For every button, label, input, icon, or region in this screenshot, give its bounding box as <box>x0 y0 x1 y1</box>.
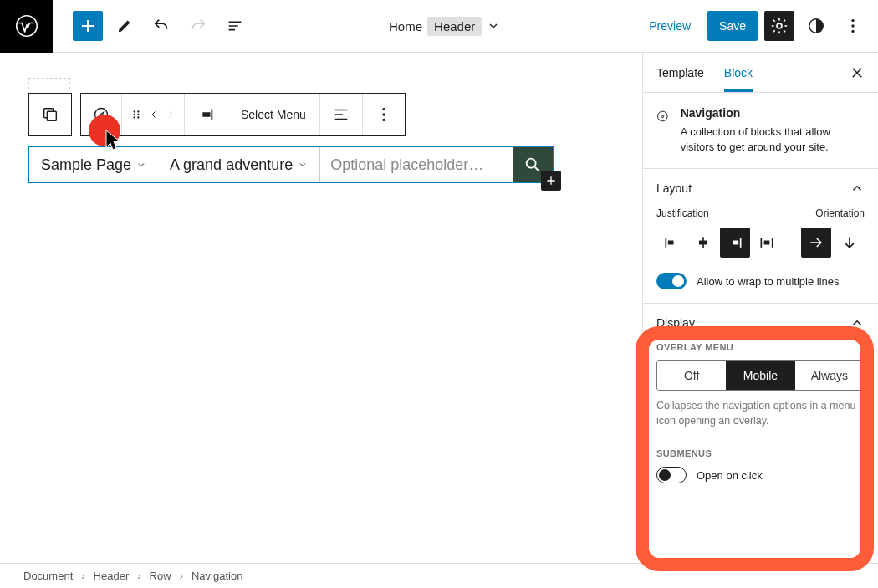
settings-sidebar: Template Block Navigation A collection o… <box>642 53 878 563</box>
doc-title-area: Header <box>427 17 482 36</box>
nav-search-button[interactable] <box>513 147 553 182</box>
breadcrumb: Document› Header› Row› Navigation <box>0 563 878 588</box>
nav-item-sample-page[interactable]: Sample Page <box>29 147 158 182</box>
save-button[interactable]: Save <box>707 11 758 41</box>
chevron-left-icon <box>149 110 159 120</box>
panel-display-header[interactable]: Display <box>643 304 878 342</box>
svg-point-4 <box>851 24 854 27</box>
svg-rect-30 <box>764 241 770 245</box>
crumb-navigation[interactable]: Navigation <box>191 570 242 582</box>
sidebar-tabs: Template Block <box>643 53 878 93</box>
redo-icon <box>189 17 207 35</box>
overlay-always-button[interactable]: Always <box>795 361 864 390</box>
block-options-button[interactable] <box>363 94 405 135</box>
overlay-menu-label: OVERLAY MENU <box>656 342 865 352</box>
svg-rect-7 <box>47 111 56 120</box>
chevron-down-icon <box>136 160 146 170</box>
more-menu-button[interactable] <box>838 11 868 41</box>
overlay-menu-control: Off Mobile Always <box>656 360 865 391</box>
open-on-click-toggle[interactable] <box>656 467 687 483</box>
overlay-mobile-button[interactable]: Mobile <box>726 361 794 390</box>
block-mover[interactable] <box>122 94 185 135</box>
justify-left-icon <box>663 234 680 251</box>
list-view-button[interactable] <box>220 11 250 41</box>
wp-logo[interactable] <box>0 0 53 53</box>
justify-center-button[interactable] <box>688 228 718 258</box>
orientation-vertical-button[interactable] <box>835 228 865 258</box>
svg-point-21 <box>658 111 668 121</box>
close-icon <box>850 65 865 80</box>
styles-button[interactable] <box>801 11 831 41</box>
chevron-down-icon <box>298 160 308 170</box>
kebab-icon <box>844 17 862 35</box>
svg-point-3 <box>851 19 854 22</box>
chevron-down-icon <box>487 19 500 33</box>
panel-title: Display <box>656 316 695 330</box>
svg-rect-27 <box>733 241 739 245</box>
editor-canvas[interactable]: Select Menu Sample Page A grand adventur… <box>0 53 642 563</box>
pencil-icon <box>115 17 134 35</box>
placeholder-box <box>28 78 70 89</box>
svg-point-10 <box>137 110 139 112</box>
arrow-right-icon <box>808 234 824 251</box>
tab-template[interactable]: Template <box>656 53 704 92</box>
add-block-button[interactable] <box>73 11 103 41</box>
panel-layout-header[interactable]: Layout <box>643 169 878 207</box>
settings-button[interactable] <box>764 11 794 41</box>
gear-icon <box>770 17 789 35</box>
parent-block-button[interactable] <box>29 94 71 135</box>
crumb-document[interactable]: Document <box>23 570 73 582</box>
svg-rect-28 <box>761 238 763 248</box>
tab-block[interactable]: Block <box>724 53 753 92</box>
justify-right-button[interactable] <box>720 228 750 258</box>
select-menu-button[interactable]: Select Menu <box>227 94 320 135</box>
list-view-icon <box>226 17 244 35</box>
wordpress-icon <box>15 14 38 38</box>
overlay-off-button[interactable]: Off <box>657 361 726 390</box>
justify-space-button[interactable] <box>752 228 782 258</box>
align-button[interactable] <box>185 94 227 135</box>
add-nav-item-button[interactable] <box>541 171 561 191</box>
svg-point-19 <box>382 119 385 121</box>
wrap-toggle[interactable] <box>656 273 687 289</box>
edit-mode-button[interactable] <box>110 11 140 41</box>
kebab-icon <box>375 105 393 124</box>
svg-point-11 <box>134 114 135 115</box>
svg-rect-15 <box>202 112 210 117</box>
justify-button[interactable] <box>320 94 363 135</box>
plus-icon <box>78 16 98 36</box>
svg-rect-22 <box>666 238 667 248</box>
navigation-block[interactable]: Sample Page A grand adventure Optional p… <box>28 146 554 183</box>
svg-rect-23 <box>668 241 674 245</box>
close-sidebar-button[interactable] <box>850 65 865 80</box>
align-right-icon <box>197 105 215 124</box>
contrast-icon <box>807 17 825 35</box>
copy-icon <box>41 105 59 124</box>
nav-search-input[interactable]: Optional placeholder… <box>319 147 513 182</box>
top-right-tools: Preview Save <box>639 11 878 41</box>
chevron-right-icon <box>166 110 176 120</box>
preview-button[interactable]: Preview <box>639 19 701 33</box>
wrap-label: Allow to wrap to multiple lines <box>697 275 840 288</box>
chevron-up-icon <box>850 181 865 196</box>
block-desc: A collection of blocks that allow visito… <box>681 125 865 155</box>
svg-point-17 <box>382 108 385 110</box>
svg-rect-16 <box>211 110 212 120</box>
redo-button[interactable] <box>183 11 213 41</box>
svg-point-20 <box>527 159 536 168</box>
undo-button[interactable] <box>146 11 176 41</box>
chevron-up-icon <box>850 315 865 330</box>
svg-point-13 <box>134 116 135 118</box>
drag-icon <box>130 109 142 120</box>
crumb-header[interactable]: Header <box>94 570 130 582</box>
document-title[interactable]: Home Header <box>250 17 639 36</box>
justify-left-button[interactable] <box>656 228 687 258</box>
svg-point-12 <box>137 114 139 115</box>
justification-label: Justification <box>656 207 709 219</box>
search-icon <box>523 156 542 174</box>
crumb-row[interactable]: Row <box>150 570 171 582</box>
svg-point-5 <box>851 30 854 33</box>
nav-item-adventure[interactable]: A grand adventure <box>158 147 319 182</box>
orientation-horizontal-button[interactable] <box>801 228 831 258</box>
svg-point-9 <box>134 110 135 112</box>
